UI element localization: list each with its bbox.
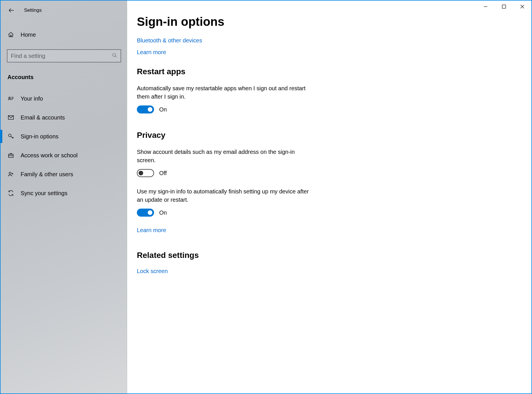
person-card-icon bbox=[7, 95, 14, 102]
heading-related-settings: Related settings bbox=[137, 251, 520, 260]
link-lock-screen[interactable]: Lock screen bbox=[137, 268, 520, 275]
minimize-button[interactable] bbox=[476, 1, 495, 13]
svg-point-19 bbox=[9, 172, 11, 174]
back-button[interactable] bbox=[7, 6, 15, 14]
briefcase-icon bbox=[7, 152, 14, 159]
sidebar-item-label: Sign-in options bbox=[21, 133, 58, 140]
sidebar-item-signin[interactable]: Sign-in options bbox=[1, 127, 127, 146]
sidebar-item-label: Email & accounts bbox=[21, 114, 65, 121]
search-box[interactable] bbox=[7, 49, 121, 62]
content-area[interactable]: Sign-in options Bluetooth & other device… bbox=[127, 1, 531, 393]
heading-restart-apps: Restart apps bbox=[137, 67, 520, 76]
window-controls bbox=[476, 1, 531, 13]
desc-privacy-signin-info: Use my sign-in info to automatically fin… bbox=[137, 187, 314, 204]
toggle-show-account-details[interactable] bbox=[137, 169, 154, 177]
svg-point-6 bbox=[113, 53, 116, 56]
sidebar-header: Settings bbox=[1, 2, 127, 18]
page-title: Sign-in options bbox=[137, 15, 520, 29]
svg-line-16 bbox=[13, 138, 13, 138]
toggle-use-signin-info[interactable] bbox=[137, 209, 154, 217]
sidebar-item-work-school[interactable]: Access work or school bbox=[1, 146, 127, 165]
sidebar-item-your-info[interactable]: Your info bbox=[1, 89, 127, 108]
sidebar-item-home[interactable]: Home bbox=[1, 26, 127, 43]
search-icon bbox=[112, 53, 117, 59]
sidebar-item-label: Family & other users bbox=[21, 171, 73, 178]
sidebar: Settings Home bbox=[1, 1, 127, 393]
toggle-restart-apps[interactable] bbox=[137, 105, 154, 113]
sidebar-item-label: Sync your settings bbox=[21, 190, 67, 197]
toggle-restart-apps-label: On bbox=[159, 106, 167, 113]
desc-restart-apps: Automatically save my restartable apps w… bbox=[137, 84, 314, 101]
svg-rect-1 bbox=[502, 5, 506, 8]
svg-point-8 bbox=[9, 97, 11, 99]
sidebar-section-title: Accounts bbox=[7, 74, 127, 81]
maximize-button[interactable] bbox=[495, 1, 513, 13]
home-label: Home bbox=[21, 32, 36, 38]
sidebar-item-family[interactable]: Family & other users bbox=[1, 165, 127, 184]
close-button[interactable] bbox=[513, 1, 531, 13]
link-learn-more-top[interactable]: Learn more bbox=[137, 49, 520, 56]
svg-point-13 bbox=[9, 134, 11, 137]
sidebar-nav: Your info Email & accounts bbox=[1, 89, 127, 203]
sidebar-item-sync[interactable]: Sync your settings bbox=[1, 184, 127, 203]
sidebar-item-email[interactable]: Email & accounts bbox=[1, 108, 127, 127]
family-icon bbox=[7, 171, 14, 178]
key-icon bbox=[7, 133, 14, 140]
link-bluetooth-devices[interactable]: Bluetooth & other devices bbox=[137, 37, 520, 44]
svg-line-15 bbox=[12, 137, 13, 138]
svg-rect-17 bbox=[9, 154, 13, 157]
svg-rect-5 bbox=[10, 35, 11, 37]
sidebar-item-label: Your info bbox=[21, 95, 43, 102]
heading-privacy: Privacy bbox=[137, 131, 520, 140]
svg-line-7 bbox=[115, 56, 117, 57]
toggle-use-signin-info-label: On bbox=[159, 209, 167, 216]
sidebar-item-label: Access work or school bbox=[21, 152, 78, 159]
app-title: Settings bbox=[24, 7, 42, 13]
search-input[interactable] bbox=[11, 53, 112, 59]
mail-icon bbox=[7, 114, 14, 121]
settings-window: Settings Home bbox=[0, 0, 532, 394]
link-learn-more-privacy[interactable]: Learn more bbox=[137, 227, 520, 234]
sync-icon bbox=[7, 190, 14, 197]
home-icon bbox=[7, 31, 14, 38]
toggle-show-account-details-label: Off bbox=[159, 170, 167, 177]
desc-privacy-account-details: Show account details such as my email ad… bbox=[137, 148, 314, 164]
